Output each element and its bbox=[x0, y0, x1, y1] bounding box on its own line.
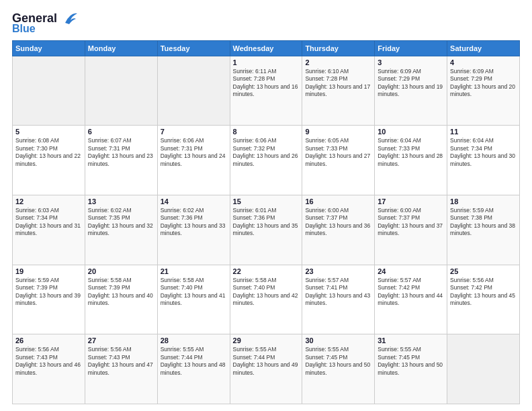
weekday-header-tuesday: Tuesday bbox=[157, 40, 230, 56]
day-number: 11 bbox=[450, 128, 517, 136]
weekday-header-monday: Monday bbox=[85, 40, 157, 56]
cell-content: Sunrise: 6:06 AMSunset: 7:32 PMDaylight:… bbox=[233, 137, 298, 167]
day-number: 4 bbox=[450, 58, 517, 66]
page: General Blue SundayMondayTuesdayWednesda… bbox=[0, 0, 532, 411]
calendar: SundayMondayTuesdayWednesdayThursdayFrid… bbox=[12, 40, 520, 404]
weekday-header-friday: Friday bbox=[375, 40, 447, 56]
day-number: 18 bbox=[450, 197, 517, 205]
calendar-cell: 23 Sunrise: 5:57 AMSunset: 7:41 PMDaylig… bbox=[302, 265, 375, 334]
cell-content: Sunrise: 5:57 AMSunset: 7:42 PMDaylight:… bbox=[378, 277, 443, 306]
calendar-cell: 20 Sunrise: 5:58 AMSunset: 7:39 PMDaylig… bbox=[85, 265, 157, 334]
calendar-cell: 21 Sunrise: 5:58 AMSunset: 7:40 PMDaylig… bbox=[157, 265, 230, 334]
calendar-cell: 7 Sunrise: 6:06 AMSunset: 7:31 PMDayligh… bbox=[157, 126, 230, 195]
calendar-cell bbox=[447, 334, 520, 404]
calendar-cell: 17 Sunrise: 6:00 AMSunset: 7:37 PMDaylig… bbox=[375, 195, 447, 265]
calendar-cell: 13 Sunrise: 6:02 AMSunset: 7:35 PMDaylig… bbox=[85, 195, 157, 265]
cell-content: Sunrise: 6:03 AMSunset: 7:34 PMDaylight:… bbox=[15, 207, 81, 236]
calendar-cell: 19 Sunrise: 5:59 AMSunset: 7:39 PMDaylig… bbox=[13, 265, 85, 334]
calendar-cell: 26 Sunrise: 5:56 AMSunset: 7:43 PMDaylig… bbox=[13, 334, 85, 404]
calendar-cell: 27 Sunrise: 5:56 AMSunset: 7:43 PMDaylig… bbox=[85, 334, 157, 404]
day-number: 29 bbox=[233, 336, 300, 345]
weekday-header-row: SundayMondayTuesdayWednesdayThursdayFrid… bbox=[13, 40, 520, 56]
cell-content: Sunrise: 5:55 AMSunset: 7:45 PMDaylight:… bbox=[305, 346, 370, 375]
day-number: 2 bbox=[305, 58, 371, 66]
cell-content: Sunrise: 6:08 AMSunset: 7:30 PMDaylight:… bbox=[15, 137, 81, 167]
calendar-cell bbox=[157, 56, 230, 126]
calendar-cell: 12 Sunrise: 6:03 AMSunset: 7:34 PMDaylig… bbox=[13, 195, 85, 265]
day-number: 9 bbox=[305, 128, 371, 136]
header: General Blue bbox=[12, 12, 520, 35]
day-number: 7 bbox=[161, 128, 227, 136]
day-number: 23 bbox=[305, 267, 371, 275]
cell-content: Sunrise: 6:09 AMSunset: 7:29 PMDaylight:… bbox=[450, 68, 515, 97]
day-number: 21 bbox=[161, 267, 227, 275]
day-number: 1 bbox=[233, 58, 300, 66]
cell-content: Sunrise: 5:58 AMSunset: 7:40 PMDaylight:… bbox=[161, 277, 226, 306]
day-number: 13 bbox=[88, 197, 154, 205]
cell-content: Sunrise: 5:55 AMSunset: 7:45 PMDaylight:… bbox=[378, 346, 443, 375]
logo-bird-icon bbox=[58, 11, 79, 26]
cell-content: Sunrise: 5:57 AMSunset: 7:41 PMDaylight:… bbox=[305, 277, 370, 306]
logo-blue: Blue bbox=[12, 23, 36, 35]
calendar-cell: 3 Sunrise: 6:09 AMSunset: 7:29 PMDayligh… bbox=[375, 56, 447, 126]
day-number: 25 bbox=[450, 267, 517, 275]
cell-content: Sunrise: 5:55 AMSunset: 7:44 PMDaylight:… bbox=[161, 346, 226, 375]
day-number: 17 bbox=[378, 197, 444, 205]
weekday-header-wednesday: Wednesday bbox=[230, 40, 302, 56]
day-number: 27 bbox=[88, 336, 154, 345]
calendar-cell bbox=[13, 56, 85, 126]
cell-content: Sunrise: 5:58 AMSunset: 7:39 PMDaylight:… bbox=[88, 277, 153, 306]
calendar-week-row: 1 Sunrise: 6:11 AMSunset: 7:28 PMDayligh… bbox=[13, 56, 520, 126]
day-number: 30 bbox=[305, 336, 371, 345]
calendar-cell: 11 Sunrise: 6:04 AMSunset: 7:34 PMDaylig… bbox=[447, 126, 520, 195]
calendar-cell: 9 Sunrise: 6:05 AMSunset: 7:33 PMDayligh… bbox=[302, 126, 375, 195]
cell-content: Sunrise: 5:56 AMSunset: 7:42 PMDaylight:… bbox=[450, 277, 515, 306]
cell-content: Sunrise: 6:04 AMSunset: 7:33 PMDaylight:… bbox=[378, 137, 443, 167]
calendar-cell: 22 Sunrise: 5:58 AMSunset: 7:40 PMDaylig… bbox=[230, 265, 302, 334]
calendar-week-row: 5 Sunrise: 6:08 AMSunset: 7:30 PMDayligh… bbox=[13, 126, 520, 195]
cell-content: Sunrise: 6:07 AMSunset: 7:31 PMDaylight:… bbox=[88, 137, 153, 167]
calendar-cell: 16 Sunrise: 6:00 AMSunset: 7:37 PMDaylig… bbox=[302, 195, 375, 265]
day-number: 24 bbox=[378, 267, 444, 275]
calendar-cell: 4 Sunrise: 6:09 AMSunset: 7:29 PMDayligh… bbox=[447, 56, 520, 126]
day-number: 14 bbox=[161, 197, 227, 205]
cell-content: Sunrise: 5:59 AMSunset: 7:38 PMDaylight:… bbox=[450, 207, 515, 236]
calendar-cell: 29 Sunrise: 5:55 AMSunset: 7:44 PMDaylig… bbox=[230, 334, 302, 404]
calendar-cell: 28 Sunrise: 5:55 AMSunset: 7:44 PMDaylig… bbox=[157, 334, 230, 404]
calendar-cell: 5 Sunrise: 6:08 AMSunset: 7:30 PMDayligh… bbox=[13, 126, 85, 195]
cell-content: Sunrise: 6:02 AMSunset: 7:35 PMDaylight:… bbox=[88, 207, 153, 236]
day-number: 8 bbox=[233, 128, 300, 136]
cell-content: Sunrise: 6:02 AMSunset: 7:36 PMDaylight:… bbox=[161, 207, 226, 236]
calendar-cell: 24 Sunrise: 5:57 AMSunset: 7:42 PMDaylig… bbox=[375, 265, 447, 334]
logo: General Blue bbox=[12, 12, 79, 35]
cell-content: Sunrise: 6:10 AMSunset: 7:28 PMDaylight:… bbox=[305, 68, 370, 97]
calendar-cell: 14 Sunrise: 6:02 AMSunset: 7:36 PMDaylig… bbox=[157, 195, 230, 265]
cell-content: Sunrise: 6:01 AMSunset: 7:36 PMDaylight:… bbox=[233, 207, 298, 236]
cell-content: Sunrise: 6:06 AMSunset: 7:31 PMDaylight:… bbox=[161, 137, 226, 167]
day-number: 19 bbox=[15, 267, 82, 275]
cell-content: Sunrise: 6:00 AMSunset: 7:37 PMDaylight:… bbox=[378, 207, 443, 236]
cell-content: Sunrise: 5:56 AMSunset: 7:43 PMDaylight:… bbox=[88, 346, 153, 375]
cell-content: Sunrise: 5:58 AMSunset: 7:40 PMDaylight:… bbox=[233, 277, 298, 306]
day-number: 10 bbox=[378, 128, 444, 136]
calendar-cell: 8 Sunrise: 6:06 AMSunset: 7:32 PMDayligh… bbox=[230, 126, 302, 195]
day-number: 20 bbox=[88, 267, 154, 275]
calendar-week-row: 12 Sunrise: 6:03 AMSunset: 7:34 PMDaylig… bbox=[13, 195, 520, 265]
cell-content: Sunrise: 6:11 AMSunset: 7:28 PMDaylight:… bbox=[233, 68, 298, 97]
calendar-week-row: 26 Sunrise: 5:56 AMSunset: 7:43 PMDaylig… bbox=[13, 334, 520, 404]
cell-content: Sunrise: 6:05 AMSunset: 7:33 PMDaylight:… bbox=[305, 137, 370, 167]
day-number: 31 bbox=[378, 336, 444, 345]
day-number: 6 bbox=[88, 128, 154, 136]
calendar-cell: 25 Sunrise: 5:56 AMSunset: 7:42 PMDaylig… bbox=[447, 265, 520, 334]
cell-content: Sunrise: 5:59 AMSunset: 7:39 PMDaylight:… bbox=[15, 277, 81, 306]
day-number: 3 bbox=[378, 58, 444, 66]
cell-content: Sunrise: 6:09 AMSunset: 7:29 PMDaylight:… bbox=[378, 68, 443, 97]
day-number: 26 bbox=[15, 336, 82, 345]
cell-content: Sunrise: 6:04 AMSunset: 7:34 PMDaylight:… bbox=[450, 137, 515, 167]
calendar-cell: 1 Sunrise: 6:11 AMSunset: 7:28 PMDayligh… bbox=[230, 56, 302, 126]
calendar-cell: 6 Sunrise: 6:07 AMSunset: 7:31 PMDayligh… bbox=[85, 126, 157, 195]
cell-content: Sunrise: 5:55 AMSunset: 7:44 PMDaylight:… bbox=[233, 346, 298, 375]
cell-content: Sunrise: 6:00 AMSunset: 7:37 PMDaylight:… bbox=[305, 207, 370, 236]
day-number: 12 bbox=[15, 197, 82, 205]
calendar-week-row: 19 Sunrise: 5:59 AMSunset: 7:39 PMDaylig… bbox=[13, 265, 520, 334]
